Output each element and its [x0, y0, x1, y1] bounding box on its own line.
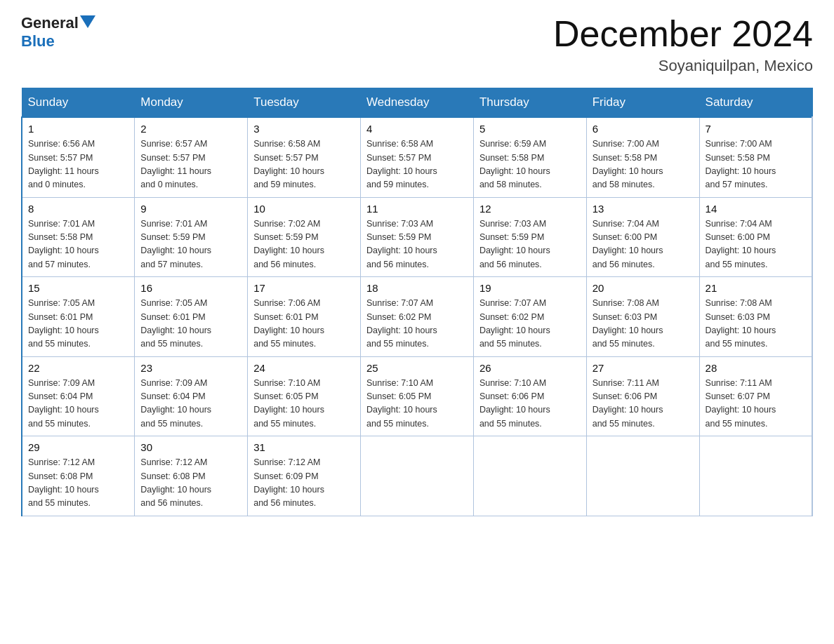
col-thursday: Thursday: [473, 88, 586, 118]
calendar-cell: 19Sunrise: 7:07 AMSunset: 6:02 PMDayligh…: [473, 277, 586, 357]
day-info: Sunrise: 7:00 AMSunset: 5:58 PMDaylight:…: [706, 137, 806, 192]
day-number: 21: [706, 282, 806, 294]
calendar-cell: 8Sunrise: 7:01 AMSunset: 5:58 PMDaylight…: [22, 197, 135, 277]
calendar-cell: 3Sunrise: 6:58 AMSunset: 5:57 PMDaylight…: [248, 117, 361, 197]
month-title: December 2024: [553, 14, 813, 54]
calendar-cell: 18Sunrise: 7:07 AMSunset: 6:02 PMDayligh…: [361, 277, 474, 357]
day-number: 31: [253, 441, 355, 453]
calendar-cell: 17Sunrise: 7:06 AMSunset: 6:01 PMDayligh…: [248, 277, 361, 357]
calendar-cell: 27Sunrise: 7:11 AMSunset: 6:06 PMDayligh…: [586, 356, 699, 436]
location-title: Soyaniquilpan, Mexico: [553, 57, 813, 75]
calendar-cell: 31Sunrise: 7:12 AMSunset: 6:09 PMDayligh…: [248, 436, 361, 516]
calendar-cell: 7Sunrise: 7:00 AMSunset: 5:58 PMDaylight…: [699, 117, 812, 197]
col-sunday: Sunday: [22, 88, 135, 118]
day-info: Sunrise: 6:57 AMSunset: 5:57 PMDaylight:…: [140, 137, 241, 192]
col-wednesday: Wednesday: [361, 88, 474, 118]
calendar-cell: 13Sunrise: 7:04 AMSunset: 6:00 PMDayligh…: [586, 197, 699, 277]
day-number: 8: [28, 203, 128, 215]
calendar-cell: 28Sunrise: 7:11 AMSunset: 6:07 PMDayligh…: [699, 356, 812, 436]
col-tuesday: Tuesday: [248, 88, 361, 118]
day-number: 6: [593, 123, 694, 135]
day-info: Sunrise: 7:11 AMSunset: 6:06 PMDaylight:…: [593, 377, 694, 431]
calendar-cell: 1Sunrise: 6:56 AMSunset: 5:57 PMDaylight…: [22, 117, 135, 197]
calendar-cell: 26Sunrise: 7:10 AMSunset: 6:06 PMDayligh…: [473, 356, 586, 436]
day-number: 10: [253, 203, 355, 215]
day-number: 9: [140, 203, 241, 215]
day-info: Sunrise: 7:08 AMSunset: 6:03 PMDaylight:…: [706, 297, 806, 351]
day-number: 27: [593, 362, 694, 374]
day-number: 28: [706, 362, 806, 374]
calendar-cell: 12Sunrise: 7:03 AMSunset: 5:59 PMDayligh…: [473, 197, 586, 277]
calendar-week-row: 8Sunrise: 7:01 AMSunset: 5:58 PMDaylight…: [22, 197, 812, 277]
calendar-body: 1Sunrise: 6:56 AMSunset: 5:57 PMDaylight…: [22, 117, 812, 516]
day-info: Sunrise: 7:11 AMSunset: 6:07 PMDaylight:…: [706, 377, 806, 431]
calendar-cell: [361, 436, 474, 516]
col-saturday: Saturday: [699, 88, 812, 118]
calendar-cell: 10Sunrise: 7:02 AMSunset: 5:59 PMDayligh…: [248, 197, 361, 277]
day-info: Sunrise: 7:12 AMSunset: 6:08 PMDaylight:…: [28, 456, 128, 511]
day-number: 11: [366, 203, 468, 215]
day-number: 20: [593, 282, 694, 294]
calendar-cell: 16Sunrise: 7:05 AMSunset: 6:01 PMDayligh…: [135, 277, 248, 357]
day-info: Sunrise: 7:10 AMSunset: 6:06 PMDaylight:…: [479, 377, 581, 431]
day-number: 7: [706, 123, 806, 135]
day-number: 19: [479, 282, 581, 294]
day-number: 15: [28, 282, 128, 294]
day-info: Sunrise: 7:10 AMSunset: 6:05 PMDaylight:…: [366, 377, 468, 431]
calendar-cell: 2Sunrise: 6:57 AMSunset: 5:57 PMDaylight…: [135, 117, 248, 197]
calendar-cell: 11Sunrise: 7:03 AMSunset: 5:59 PMDayligh…: [361, 197, 474, 277]
day-info: Sunrise: 7:04 AMSunset: 6:00 PMDaylight:…: [706, 217, 806, 272]
day-info: Sunrise: 7:01 AMSunset: 5:59 PMDaylight:…: [140, 217, 241, 272]
day-info: Sunrise: 6:56 AMSunset: 5:57 PMDaylight:…: [28, 137, 128, 192]
calendar-cell: 23Sunrise: 7:09 AMSunset: 6:04 PMDayligh…: [135, 356, 248, 436]
day-number: 23: [140, 362, 241, 374]
calendar-cell: 29Sunrise: 7:12 AMSunset: 6:08 PMDayligh…: [22, 436, 135, 516]
day-info: Sunrise: 7:04 AMSunset: 6:00 PMDaylight:…: [593, 217, 694, 272]
day-info: Sunrise: 7:03 AMSunset: 5:59 PMDaylight:…: [479, 217, 581, 272]
day-number: 13: [593, 203, 694, 215]
calendar-cell: [699, 436, 812, 516]
calendar-cell: [586, 436, 699, 516]
day-number: 29: [28, 441, 128, 453]
day-number: 24: [253, 362, 355, 374]
day-info: Sunrise: 7:06 AMSunset: 6:01 PMDaylight:…: [253, 297, 355, 351]
day-number: 14: [706, 203, 806, 215]
day-info: Sunrise: 7:12 AMSunset: 6:09 PMDaylight:…: [253, 456, 355, 511]
day-number: 12: [479, 203, 581, 215]
day-number: 2: [140, 123, 241, 135]
calendar-table: Sunday Monday Tuesday Wednesday Thursday…: [21, 88, 813, 516]
day-number: 26: [479, 362, 581, 374]
day-number: 25: [366, 362, 468, 374]
day-info: Sunrise: 7:02 AMSunset: 5:59 PMDaylight:…: [253, 217, 355, 272]
day-info: Sunrise: 7:01 AMSunset: 5:58 PMDaylight:…: [28, 217, 128, 272]
calendar-cell: 24Sunrise: 7:10 AMSunset: 6:05 PMDayligh…: [248, 356, 361, 436]
day-info: Sunrise: 6:58 AMSunset: 5:57 PMDaylight:…: [366, 137, 468, 192]
calendar-week-row: 1Sunrise: 6:56 AMSunset: 5:57 PMDaylight…: [22, 117, 812, 197]
svg-marker-0: [80, 15, 95, 28]
title-block: December 2024 Soyaniquilpan, Mexico: [553, 14, 813, 75]
calendar-cell: 15Sunrise: 7:05 AMSunset: 6:01 PMDayligh…: [22, 277, 135, 357]
day-info: Sunrise: 7:07 AMSunset: 6:02 PMDaylight:…: [479, 297, 581, 351]
calendar-cell: 4Sunrise: 6:58 AMSunset: 5:57 PMDaylight…: [361, 117, 474, 197]
logo: General Blue: [21, 14, 95, 51]
day-info: Sunrise: 7:07 AMSunset: 6:02 PMDaylight:…: [366, 297, 468, 351]
calendar-week-row: 15Sunrise: 7:05 AMSunset: 6:01 PMDayligh…: [22, 277, 812, 357]
calendar-cell: 6Sunrise: 7:00 AMSunset: 5:58 PMDaylight…: [586, 117, 699, 197]
day-number: 17: [253, 282, 355, 294]
day-info: Sunrise: 7:05 AMSunset: 6:01 PMDaylight:…: [140, 297, 241, 351]
calendar-cell: 5Sunrise: 6:59 AMSunset: 5:58 PMDaylight…: [473, 117, 586, 197]
col-friday: Friday: [586, 88, 699, 118]
calendar-cell: 25Sunrise: 7:10 AMSunset: 6:05 PMDayligh…: [361, 356, 474, 436]
calendar-cell: 9Sunrise: 7:01 AMSunset: 5:59 PMDaylight…: [135, 197, 248, 277]
day-number: 30: [140, 441, 241, 453]
day-info: Sunrise: 7:12 AMSunset: 6:08 PMDaylight:…: [140, 456, 241, 511]
logo-triangle-icon: [80, 15, 95, 28]
calendar-cell: 14Sunrise: 7:04 AMSunset: 6:00 PMDayligh…: [699, 197, 812, 277]
day-number: 5: [479, 123, 581, 135]
day-number: 22: [28, 362, 128, 374]
day-number: 18: [366, 282, 468, 294]
day-info: Sunrise: 7:10 AMSunset: 6:05 PMDaylight:…: [253, 377, 355, 431]
day-info: Sunrise: 7:00 AMSunset: 5:58 PMDaylight:…: [593, 137, 694, 192]
page-header: General Blue December 2024 Soyaniquilpan…: [21, 14, 813, 75]
logo-text-blue: Blue: [21, 32, 55, 50]
